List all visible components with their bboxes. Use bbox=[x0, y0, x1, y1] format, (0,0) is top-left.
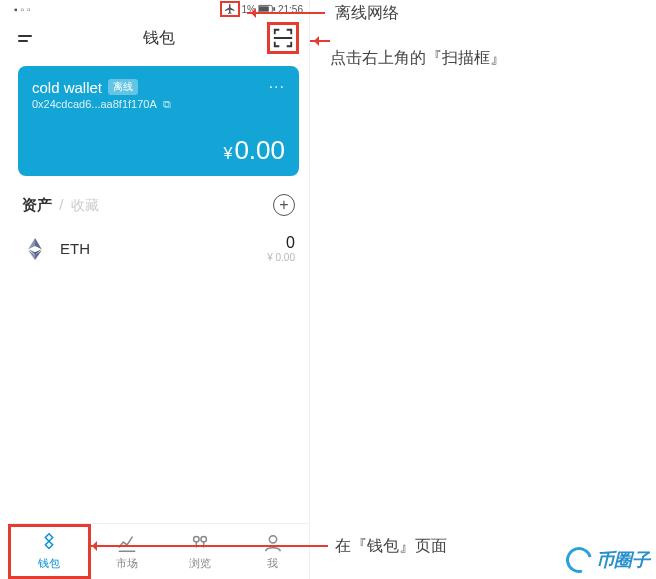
annotation-scan: 点击右上角的『扫描框』 bbox=[330, 48, 506, 69]
eth-icon bbox=[22, 236, 48, 262]
tab-favorites[interactable]: 收藏 bbox=[71, 197, 99, 213]
wallet-balance: ¥0.00 bbox=[32, 135, 285, 166]
svg-point-5 bbox=[269, 536, 276, 543]
menu-icon[interactable] bbox=[18, 28, 38, 48]
annotation-offline: 离线网络 bbox=[335, 3, 399, 24]
tab-me[interactable]: 我 bbox=[236, 524, 309, 579]
arrow-to-wallet-tab bbox=[88, 545, 328, 547]
scan-button[interactable] bbox=[267, 22, 299, 54]
page-title: 钱包 bbox=[143, 28, 175, 49]
app-header: 钱包 bbox=[8, 18, 309, 58]
arrow-to-scan bbox=[310, 40, 330, 42]
wallet-address: 0x24cdcad6...aa8f1f170A bbox=[32, 98, 156, 110]
svg-point-4 bbox=[201, 537, 207, 543]
asset-fiat: ¥ 0.00 bbox=[267, 252, 295, 263]
watermark-logo-icon bbox=[561, 542, 597, 578]
person-icon bbox=[262, 532, 284, 554]
svg-rect-1 bbox=[259, 6, 269, 11]
arrow-to-airplane bbox=[247, 12, 325, 14]
tab-assets[interactable]: 资产 bbox=[22, 196, 52, 213]
phone-frame: ▪▫▫ 1% 21:56 钱包 cold wallet 离线 ··· bbox=[8, 0, 310, 579]
wallet-more-icon[interactable]: ··· bbox=[269, 78, 285, 96]
svg-rect-2 bbox=[273, 7, 275, 11]
watermark: 币圈子 bbox=[566, 547, 650, 573]
wallet-card[interactable]: cold wallet 离线 ··· 0x24cdcad6...aa8f1f17… bbox=[18, 66, 299, 176]
asset-row[interactable]: ETH 0 ¥ 0.00 bbox=[8, 222, 309, 275]
status-bar: ▪▫▫ 1% 21:56 bbox=[8, 0, 309, 18]
asset-symbol: ETH bbox=[60, 240, 90, 257]
wallet-icon bbox=[38, 532, 60, 554]
asset-amount: 0 bbox=[267, 234, 295, 252]
browse-icon bbox=[189, 532, 211, 554]
add-asset-button[interactable]: + bbox=[273, 194, 295, 216]
annotation-wallet-page: 在『钱包』页面 bbox=[335, 536, 447, 557]
wallet-name: cold wallet bbox=[32, 79, 102, 96]
scan-icon bbox=[272, 27, 294, 49]
tab-browse[interactable]: 浏览 bbox=[164, 524, 237, 579]
bottom-tabbar: 钱包 市场 浏览 我 bbox=[8, 523, 309, 579]
market-icon bbox=[116, 532, 138, 554]
tab-market[interactable]: 市场 bbox=[91, 524, 164, 579]
copy-icon[interactable]: ⧉ bbox=[163, 98, 171, 110]
assets-header: 资产 / 收藏 + bbox=[8, 186, 309, 222]
wallet-offline-badge: 离线 bbox=[108, 79, 138, 95]
airplane-mode-icon bbox=[220, 1, 240, 17]
svg-point-3 bbox=[193, 537, 199, 543]
tab-wallet[interactable]: 钱包 bbox=[8, 524, 91, 579]
